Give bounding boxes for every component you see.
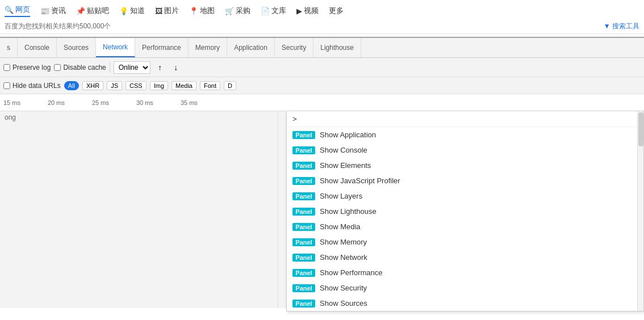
panel-badge-js-profiler: Panel bbox=[292, 177, 315, 185]
dropdown-prompt: > bbox=[287, 111, 643, 127]
filter-css-label: CSS bbox=[129, 82, 143, 89]
tab-security[interactable]: Security bbox=[275, 38, 313, 57]
tab-lighthouse[interactable]: Lighthouse bbox=[313, 38, 361, 57]
panel-badge-security: Panel bbox=[292, 284, 315, 292]
timeline-marker-3: 25 ms bbox=[92, 99, 109, 106]
upload-button[interactable]: ↑ bbox=[154, 61, 166, 74]
dropdown-panel: > Panel Show Application Panel Show Cons… bbox=[286, 111, 644, 311]
nav-item-webpage[interactable]: 🔍 网页 bbox=[5, 5, 30, 17]
filter-xhr-button[interactable]: XHR bbox=[82, 81, 103, 90]
dropdown-item-media[interactable]: Panel Show Media bbox=[287, 219, 643, 234]
nav-item-zhidao[interactable]: 💡 知道 bbox=[119, 6, 145, 16]
tab-console[interactable]: Console bbox=[18, 38, 57, 57]
filter-js-button[interactable]: JS bbox=[107, 81, 122, 90]
dropdown-item-network[interactable]: Panel Show Network bbox=[287, 250, 643, 265]
dropdown-item-console[interactable]: Panel Show Console bbox=[287, 142, 643, 158]
upload-icon: ↑ bbox=[158, 63, 162, 72]
result-count: 百度为您找到相关结果约500,000个 bbox=[5, 22, 111, 31]
tieba-icon: 📌 bbox=[76, 7, 85, 15]
video-icon: ▶ bbox=[296, 7, 302, 15]
tab-performance[interactable]: Performance bbox=[135, 38, 189, 57]
tab-label-security: Security bbox=[282, 44, 306, 52]
library-icon: 📄 bbox=[261, 7, 270, 15]
panel-badge-layers: Panel bbox=[292, 192, 315, 200]
filter-img-label: Img bbox=[154, 82, 164, 89]
tab-application[interactable]: Application bbox=[227, 38, 275, 57]
filter-media-button[interactable]: Media bbox=[172, 81, 196, 90]
devtools-tabs: s Console Sources Network Performance Me… bbox=[0, 38, 644, 58]
filter-img-button[interactable]: Img bbox=[150, 81, 168, 90]
dropdown-item-js-profiler[interactable]: Panel Show JavaScript Profiler bbox=[287, 173, 643, 188]
devtools-toolbar: Preserve log Disable cache Online ↑ ↓ bbox=[0, 58, 644, 77]
dropdown-item-memory[interactable]: Panel Show Memory bbox=[287, 234, 643, 250]
filter-font-button[interactable]: Font bbox=[200, 81, 220, 90]
tab-label-application: Application bbox=[234, 44, 267, 52]
search-tools-button[interactable]: ▼ 搜索工具 bbox=[604, 22, 639, 31]
preserve-log-text: Preserve log bbox=[12, 64, 51, 71]
network-entry-ong: ong bbox=[0, 111, 278, 124]
tab-network[interactable]: Network bbox=[96, 38, 135, 57]
tab-label-s: s bbox=[7, 44, 10, 52]
baidu-bar: 🔍 网页 📰 资讯 📌 贴贴吧 💡 知道 🖼 图片 📍 地图 🛒 采购 📄 bbox=[0, 0, 644, 37]
nav-item-image[interactable]: 🖼 图片 bbox=[155, 6, 179, 16]
tab-sources[interactable]: Sources bbox=[57, 38, 96, 57]
nav-label-map: 地图 bbox=[200, 6, 215, 16]
online-select[interactable]: Online bbox=[114, 61, 150, 74]
panel-badge-memory: Panel bbox=[292, 238, 315, 246]
scrollbar-thumb[interactable] bbox=[638, 112, 643, 146]
filter-all-button[interactable]: All bbox=[64, 81, 79, 90]
nav-label-more: 更多 bbox=[329, 6, 344, 16]
dropdown-item-elements[interactable]: Panel Show Elements bbox=[287, 158, 643, 173]
timeline-marker-5: 35 ms bbox=[181, 99, 198, 106]
filter-font-label: Font bbox=[204, 82, 216, 89]
filter-all-label: All bbox=[68, 82, 75, 89]
dropdown-item-lighthouse[interactable]: Panel Show Lighthouse bbox=[287, 204, 643, 219]
nav-item-shopping[interactable]: 🛒 采购 bbox=[225, 6, 250, 16]
scrollbar-track[interactable] bbox=[637, 111, 643, 311]
dropdown-label-layers: Show Layers bbox=[320, 192, 362, 200]
nav-item-video[interactable]: ▶ 视频 bbox=[296, 6, 319, 16]
disable-cache-label[interactable]: Disable cache bbox=[54, 64, 106, 71]
timeline-row: 15 ms 20 ms 25 ms 30 ms 35 ms bbox=[0, 94, 644, 111]
tab-memory[interactable]: Memory bbox=[189, 38, 227, 57]
filter-js-label: JS bbox=[111, 82, 118, 89]
nav-item-info[interactable]: 📰 资讯 bbox=[40, 6, 66, 16]
filter-d-button[interactable]: D bbox=[224, 81, 236, 90]
panel-badge-performance: Panel bbox=[292, 269, 315, 277]
shopping-icon: 🛒 bbox=[225, 7, 234, 15]
dropdown-label-media: Show Media bbox=[320, 222, 361, 231]
filter-media-label: Media bbox=[175, 82, 193, 89]
timeline-marker-4: 30 ms bbox=[136, 99, 153, 106]
filter-xhr-label: XHR bbox=[86, 82, 99, 89]
panel-badge-console: Panel bbox=[292, 146, 315, 154]
dropdown-item-performance[interactable]: Panel Show Performance bbox=[287, 265, 643, 280]
devtools-panel: s Console Sources Network Performance Me… bbox=[0, 37, 644, 308]
nav-item-tieba[interactable]: 📌 贴贴吧 bbox=[76, 6, 109, 16]
nav-label-shopping: 采购 bbox=[236, 6, 250, 16]
nav-label-image: 图片 bbox=[164, 6, 179, 16]
info-icon: 📰 bbox=[40, 7, 49, 15]
download-button[interactable]: ↓ bbox=[170, 61, 182, 74]
nav-item-more[interactable]: 更多 bbox=[329, 6, 344, 16]
dropdown-item-sources[interactable]: Panel Show Sources bbox=[287, 296, 643, 311]
nav-item-map[interactable]: 📍 地图 bbox=[189, 6, 215, 16]
map-icon: 📍 bbox=[189, 7, 198, 15]
zhidao-icon: 💡 bbox=[119, 7, 128, 15]
disable-cache-text: Disable cache bbox=[63, 64, 106, 71]
dropdown-item-application[interactable]: Panel Show Application bbox=[287, 127, 643, 142]
filter-css-button[interactable]: CSS bbox=[126, 81, 147, 90]
panel-badge-lighthouse: Panel bbox=[292, 208, 315, 216]
dropdown-item-layers[interactable]: Panel Show Layers bbox=[287, 188, 643, 204]
preserve-log-label[interactable]: Preserve log bbox=[3, 64, 51, 71]
nav-label-info: 资讯 bbox=[51, 6, 66, 16]
nav-item-library[interactable]: 📄 文库 bbox=[261, 6, 286, 16]
tab-label-sources: Sources bbox=[64, 44, 89, 52]
tab-s[interactable]: s bbox=[0, 38, 18, 57]
hide-data-urls-label[interactable]: Hide data URLs bbox=[3, 82, 61, 90]
panel-badge-network: Panel bbox=[292, 254, 315, 262]
dropdown-item-security[interactable]: Panel Show Security bbox=[287, 280, 643, 296]
preserve-log-checkbox[interactable] bbox=[3, 64, 10, 71]
disable-cache-checkbox[interactable] bbox=[54, 64, 61, 71]
hide-data-urls-checkbox[interactable] bbox=[3, 82, 10, 89]
dropdown-label-js-profiler: Show JavaScript Profiler bbox=[320, 176, 400, 185]
